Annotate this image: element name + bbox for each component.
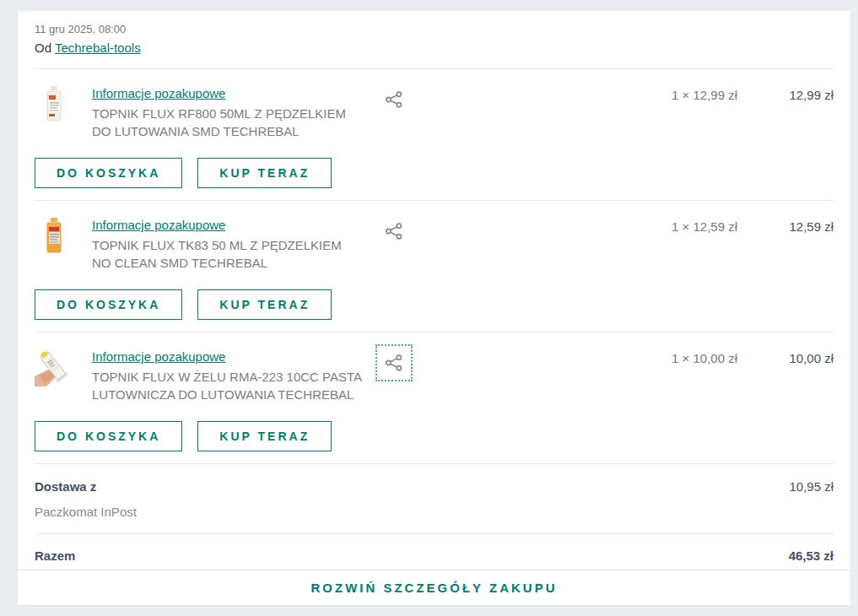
seller-link[interactable]: Techrebal-tools: [55, 41, 141, 55]
share-icon[interactable]: [375, 213, 413, 250]
product-title[interactable]: TOPNIK FLUX RF800 50ML Z PĘDZELKIEM DO L…: [92, 105, 362, 140]
expand-purchase-details-label: ROZWIŃ SZCZEGÓŁY ZAKUPU: [310, 581, 557, 595]
quantity-times-price: 1 × 12,59 zł: [672, 219, 737, 234]
quantity-times-price: 1 × 10,00 zł: [672, 351, 737, 365]
product-thumbnail[interactable]: [35, 216, 92, 255]
purchase-card: 11 gru 2025, 08:00 Od Techrebal-tools: [18, 11, 850, 605]
share-icon[interactable]: [375, 344, 413, 381]
item-total-price: 10,00 zł: [789, 351, 834, 365]
post-purchase-info-link[interactable]: Informacje pozakupowe: [92, 218, 225, 232]
product-image-flux-rf800: [35, 84, 73, 123]
summary-section: Razem 46,53 zł: [35, 534, 834, 563]
product-row: Informacje pozakupowe TOPNIK FLUX RF800 …: [35, 69, 834, 200]
purchase-date: 11 gru 2025, 08:00: [35, 23, 834, 35]
item-total-price: 12,59 zł: [789, 219, 834, 234]
add-to-cart-button[interactable]: DO KOSZYKA: [35, 421, 182, 451]
product-image-flux-rma223: [35, 348, 73, 386]
quantity-times-price: 1 × 12,99 zł: [672, 88, 737, 102]
share-icon[interactable]: [375, 81, 413, 118]
share-icon-glyph: [383, 220, 405, 242]
seller-line: Od Techrebal-tools: [35, 40, 834, 56]
expand-purchase-details-button[interactable]: ROZWIŃ SZCZEGÓŁY ZAKUPU: [18, 570, 850, 605]
product-title[interactable]: TOPNIK FLUX W ŻELU RMA-223 10CC PASTA LU…: [92, 368, 362, 403]
add-to-cart-button[interactable]: DO KOSZYKA: [35, 289, 182, 320]
delivery-section: Dostawa z 10,95 zł Paczkomat InPost: [35, 464, 834, 533]
item-total-price: 12,99 zł: [789, 88, 834, 102]
buy-now-button[interactable]: KUP TERAZ: [197, 289, 332, 320]
add-to-cart-button[interactable]: DO KOSZYKA: [35, 158, 182, 188]
share-icon-glyph: [383, 352, 405, 374]
delivery-price: 10,95 zł: [789, 479, 834, 494]
delivery-label: Dostawa z: [35, 479, 96, 494]
buy-now-button[interactable]: KUP TERAZ: [197, 158, 332, 188]
total-label: Razem: [35, 548, 75, 563]
share-icon-glyph: [383, 89, 405, 111]
product-thumbnail[interactable]: [35, 84, 92, 123]
product-title[interactable]: TOPNIK FLUX TK83 50 ML Z PĘDZELKIEM NO C…: [92, 236, 362, 272]
post-purchase-info-link[interactable]: Informacje pozakupowe: [92, 349, 225, 364]
buy-now-button[interactable]: KUP TERAZ: [197, 421, 332, 451]
from-label: Od: [35, 41, 51, 55]
delivery-method: Paczkomat InPost: [35, 505, 834, 533]
product-row: Informacje pozakupowe TOPNIK FLUX TK83 5…: [35, 201, 834, 332]
product-row: Informacje pozakupowe TOPNIK FLUX W ŻELU…: [35, 332, 834, 463]
product-image-flux-tk83: [35, 216, 73, 255]
product-thumbnail[interactable]: [35, 348, 92, 386]
post-purchase-info-link[interactable]: Informacje pozakupowe: [92, 86, 225, 100]
total-price: 46,53 zł: [789, 548, 834, 563]
